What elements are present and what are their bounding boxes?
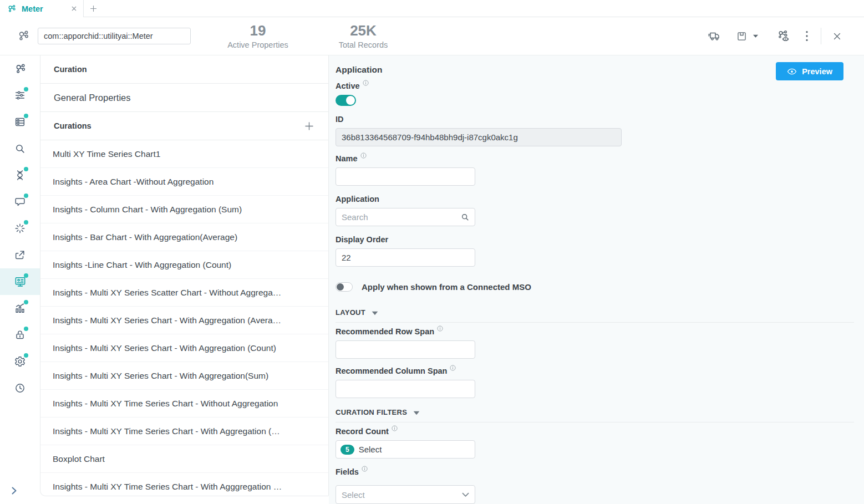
display-order-input[interactable] bbox=[336, 248, 475, 267]
save-dropdown-caret-icon[interactable] bbox=[753, 34, 759, 38]
id-input bbox=[336, 128, 622, 146]
gear-icon bbox=[14, 355, 26, 368]
curation-header-row: Curation bbox=[40, 55, 328, 84]
record-count-select[interactable]: 5 Select bbox=[336, 440, 475, 459]
eye-icon bbox=[787, 68, 797, 75]
app-logo-icon bbox=[7, 4, 17, 14]
sidebar-item-curation[interactable] bbox=[0, 268, 40, 295]
curation-list-item[interactable]: Insights - Multi XY Time Series Chart - … bbox=[40, 473, 328, 496]
left-icon-rail bbox=[0, 55, 40, 504]
add-curation-button[interactable] bbox=[303, 120, 315, 132]
mso-toggle-label: Apply when shown from a Connected MSO bbox=[362, 282, 531, 292]
expand-rail-chevron-icon[interactable] bbox=[11, 486, 17, 495]
molecule-icon bbox=[14, 63, 27, 75]
stat-label: Active Properties bbox=[227, 40, 288, 49]
model-preview-icon[interactable] bbox=[776, 29, 790, 43]
column-span-label: Recommended Column Span bbox=[336, 366, 864, 375]
save-icon[interactable] bbox=[736, 30, 748, 42]
curation-list-item[interactable]: Multi XY Time Series Chart1 bbox=[40, 140, 328, 168]
id-label: ID bbox=[336, 115, 864, 124]
curation-list-item[interactable]: Boxplot Chart bbox=[40, 445, 328, 473]
application-detail-panel: Application Preview Active ID Name bbox=[329, 55, 864, 504]
info-icon bbox=[363, 80, 369, 86]
sidebar-item-export[interactable] bbox=[0, 242, 40, 268]
name-label: Name bbox=[336, 154, 864, 163]
divider bbox=[336, 322, 854, 323]
sparkle-icon bbox=[14, 222, 26, 235]
fields-select-placeholder: Select bbox=[342, 490, 365, 500]
general-properties-label: General Properties bbox=[54, 93, 131, 103]
curation-panel: Curation General Properties Curations Mu… bbox=[40, 55, 329, 496]
publish-truck-icon[interactable] bbox=[708, 30, 721, 42]
sidebar-item-search[interactable] bbox=[0, 135, 40, 162]
info-icon bbox=[437, 325, 443, 332]
curation-list-item[interactable]: Insights - Bar Chart - With Aggregation(… bbox=[40, 223, 328, 251]
analytics-chart-icon bbox=[14, 302, 26, 314]
sidebar-item-data-sources[interactable] bbox=[0, 109, 40, 135]
fields-select[interactable]: Select bbox=[336, 485, 475, 504]
curation-list-item[interactable]: Insights - Multi XY Series Scatter Chart… bbox=[40, 279, 328, 307]
layout-section-header[interactable]: LAYOUT bbox=[336, 308, 864, 317]
new-tab-icon[interactable] bbox=[89, 4, 98, 13]
column-span-input[interactable] bbox=[336, 380, 475, 398]
stat-value: 19 bbox=[227, 23, 288, 39]
sidebar-item-lineage[interactable] bbox=[0, 162, 40, 189]
sidebar-item-history[interactable] bbox=[0, 375, 40, 401]
sidebar-item-analytics[interactable] bbox=[0, 295, 40, 322]
curation-list-item[interactable]: Insights -Line Chart - With Aggregation … bbox=[40, 251, 328, 279]
curation-list-item[interactable]: Insights - Multi XY Series Chart - With … bbox=[40, 307, 328, 334]
divider bbox=[336, 422, 854, 422]
section-caret-icon bbox=[372, 311, 378, 315]
preview-button[interactable]: Preview bbox=[776, 62, 843, 80]
chevron-down-icon bbox=[462, 492, 469, 497]
notification-dot bbox=[24, 220, 28, 225]
close-icon[interactable] bbox=[832, 32, 842, 41]
application-search-input[interactable] bbox=[336, 208, 475, 226]
sidebar-item-security[interactable] bbox=[0, 322, 40, 348]
stat-label: Total Records bbox=[339, 40, 388, 49]
section-caret-icon bbox=[413, 411, 420, 415]
notification-dot bbox=[24, 327, 28, 331]
sidebar-item-comments[interactable] bbox=[0, 189, 40, 215]
more-menu-kebab-icon[interactable] bbox=[805, 30, 809, 42]
record-count-value: Select bbox=[359, 445, 382, 454]
header-logo-icon bbox=[17, 29, 30, 43]
curation-list-item[interactable]: Insights - Multi XY Series Chart - With … bbox=[40, 362, 328, 390]
preview-button-label: Preview bbox=[802, 67, 832, 76]
info-icon bbox=[392, 425, 398, 431]
curation-list-item[interactable]: Insights - Area Chart -Without Aggregati… bbox=[40, 168, 328, 196]
row-span-label: Recommended Row Span bbox=[336, 327, 864, 336]
stat-total-records: 25K Total Records bbox=[339, 23, 388, 49]
header-divider bbox=[821, 28, 821, 44]
record-count-badge: 5 bbox=[340, 445, 354, 455]
sidebar-item-properties[interactable] bbox=[0, 82, 40, 109]
mso-toggle[interactable] bbox=[336, 282, 353, 292]
info-icon bbox=[450, 365, 456, 371]
name-input[interactable] bbox=[336, 167, 475, 186]
curation-list-item[interactable]: Insights - Multi XY Time Series Chart - … bbox=[40, 390, 328, 418]
general-properties-row[interactable]: General Properties bbox=[40, 84, 328, 112]
row-span-input[interactable] bbox=[336, 340, 475, 359]
display-order-label: Display Order bbox=[336, 235, 864, 244]
active-toggle[interactable] bbox=[336, 95, 356, 106]
sidebar-item-insights[interactable] bbox=[0, 215, 40, 242]
curation-list-item[interactable]: Insights - Multi XY Time Series Chart - … bbox=[40, 418, 328, 445]
curations-header-row: Curations bbox=[40, 112, 328, 140]
sidebar-item-model[interactable] bbox=[0, 55, 40, 82]
chat-icon bbox=[14, 196, 26, 208]
notification-dot bbox=[24, 194, 28, 198]
search-icon bbox=[14, 142, 26, 155]
notification-dot bbox=[24, 167, 28, 171]
tab-close-icon[interactable] bbox=[70, 5, 78, 12]
notification-dot bbox=[24, 273, 28, 278]
fields-label: Fields bbox=[336, 467, 864, 476]
model-name-input[interactable] bbox=[38, 28, 191, 44]
sidebar-item-settings[interactable] bbox=[0, 348, 40, 375]
notification-dot bbox=[24, 300, 28, 304]
curation-list-item[interactable]: Insights - Column Chart - With Aggregati… bbox=[40, 196, 328, 223]
curation-list-item[interactable]: Insights - Multi XY Series Chart - With … bbox=[40, 334, 328, 362]
active-label: Active bbox=[336, 82, 864, 90]
tab-meter[interactable]: Meter bbox=[0, 0, 83, 17]
browser-tab-strip: Meter bbox=[0, 0, 864, 17]
curation-filters-section-header[interactable]: CURATION FILTERS bbox=[336, 408, 864, 416]
